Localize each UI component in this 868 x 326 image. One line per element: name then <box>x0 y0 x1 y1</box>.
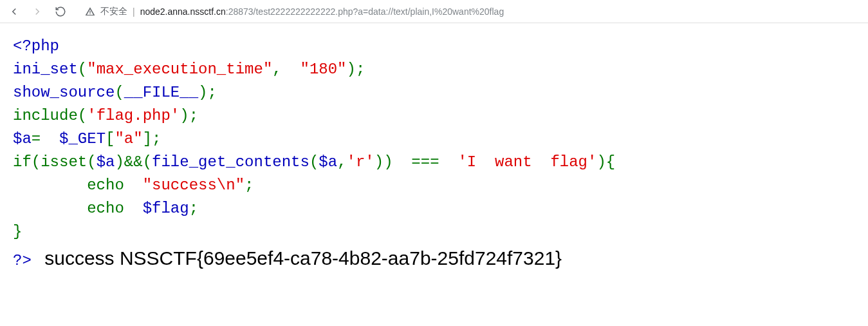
code-token: __FILE__ <box>124 84 198 101</box>
url-text: node2.anna.nssctf.cn:28873/test222222222… <box>140 6 504 17</box>
code-token: , <box>337 153 346 171</box>
address-separator: | <box>133 6 135 17</box>
code-token: ){ <box>596 153 615 171</box>
code-token: 'r' <box>347 153 374 171</box>
php-output: success NSSCTF{69ee5ef4-ca78-4b82-aa7b-2… <box>44 247 562 269</box>
code-token: <?php <box>13 37 59 55</box>
code-indent <box>13 200 87 217</box>
code-token: $a <box>13 130 32 148</box>
insecure-warning-icon <box>85 6 95 17</box>
code-token: isset <box>41 153 87 171</box>
forward-button[interactable] <box>28 3 46 21</box>
back-button[interactable] <box>5 3 23 21</box>
code-token: if( <box>13 153 41 171</box>
code-token: ; <box>245 177 254 194</box>
code-indent <box>13 177 87 194</box>
code-token: )) === <box>374 153 458 171</box>
code-token: = <box>32 130 59 148</box>
code-token: 'flag.php' <box>87 107 180 124</box>
code-token: "180" <box>300 61 347 78</box>
reload-button[interactable] <box>51 3 69 21</box>
code-token: $flag <box>143 200 189 217</box>
code-token: [ <box>106 130 115 148</box>
code-token: ; <box>189 200 198 217</box>
code-token: $a <box>97 153 115 171</box>
code-token: ( <box>87 153 96 171</box>
code-token: 'I want flag' <box>457 153 596 171</box>
code-token: show_source <box>13 84 115 101</box>
browser-toolbar: 不安全 | node2.anna.nssctf.cn:28873/test222… <box>0 0 868 23</box>
code-token: echo <box>87 177 142 194</box>
code-token: ); <box>198 84 217 101</box>
insecure-label: 不安全 <box>100 6 127 17</box>
code-token: "success\n" <box>143 177 245 194</box>
code-token: ini_set <box>13 61 78 78</box>
code-token: ( <box>309 153 319 171</box>
code-token: ); <box>347 61 365 78</box>
code-token: "a" <box>115 130 142 148</box>
code-token: ( <box>78 107 87 124</box>
code-token: $_GET <box>59 130 106 148</box>
code-token: ?> <box>13 252 41 269</box>
code-token: ( <box>78 61 87 78</box>
php-source: <?php ini_set("max_execution_time", "180… <box>13 35 855 273</box>
code-token: ( <box>115 84 124 101</box>
code-token: , <box>272 61 300 78</box>
code-token: "max_execution_time" <box>87 61 272 78</box>
code-token: file_get_contents <box>152 153 309 171</box>
code-token: echo <box>87 200 142 217</box>
code-token: $a <box>319 153 337 171</box>
address-bar[interactable]: 不安全 | node2.anna.nssctf.cn:28873/test222… <box>78 3 863 21</box>
code-token: )&&( <box>115 153 152 171</box>
code-token: ); <box>180 107 198 124</box>
code-token: ]; <box>143 130 162 148</box>
code-token: } <box>13 223 22 240</box>
code-token: include <box>13 107 78 124</box>
page-content: <?php ini_set("max_execution_time", "180… <box>0 23 868 284</box>
